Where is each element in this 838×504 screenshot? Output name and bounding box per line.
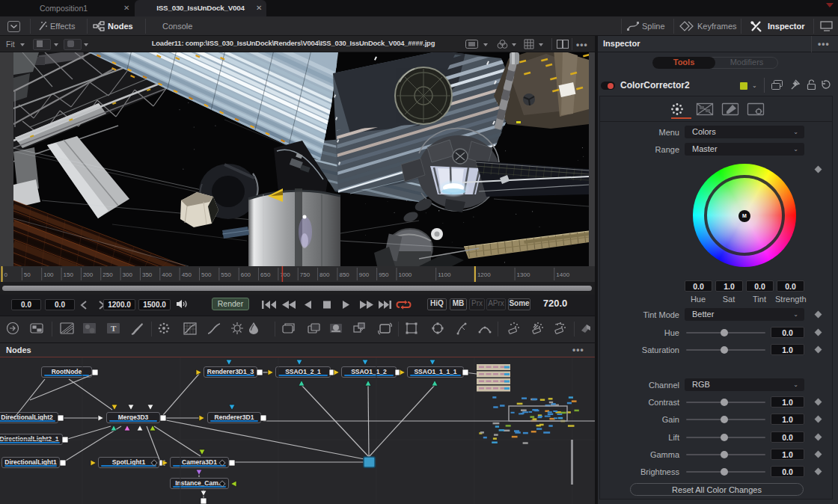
- svg-text:550: 550: [221, 271, 231, 278]
- svg-text:400: 400: [162, 271, 172, 278]
- svg-text:1000: 1000: [399, 271, 412, 278]
- svg-text:900: 900: [359, 271, 370, 278]
- svg-text:200: 200: [83, 271, 94, 278]
- svg-text:800: 800: [319, 271, 330, 278]
- svg-text:1200: 1200: [477, 271, 491, 278]
- svg-text:0: 0: [4, 271, 8, 278]
- svg-text:700: 700: [280, 271, 290, 278]
- svg-text:100: 100: [43, 271, 54, 278]
- svg-text:1100: 1100: [438, 271, 451, 278]
- svg-text:450: 450: [182, 271, 192, 278]
- svg-text:300: 300: [123, 271, 133, 278]
- svg-text:50: 50: [24, 271, 31, 278]
- svg-text:350: 350: [142, 271, 153, 278]
- svg-text:150: 150: [64, 271, 74, 278]
- svg-text:250: 250: [103, 271, 113, 278]
- svg-text:750: 750: [300, 271, 311, 278]
- svg-text:1400: 1400: [556, 271, 569, 278]
- svg-text:850: 850: [339, 271, 349, 278]
- svg-text:500: 500: [201, 271, 212, 278]
- svg-text:950: 950: [379, 271, 389, 278]
- svg-text:600: 600: [241, 271, 251, 278]
- svg-text:1300: 1300: [517, 271, 530, 278]
- svg-text:650: 650: [260, 271, 271, 278]
- svg-text:T: T: [111, 324, 117, 333]
